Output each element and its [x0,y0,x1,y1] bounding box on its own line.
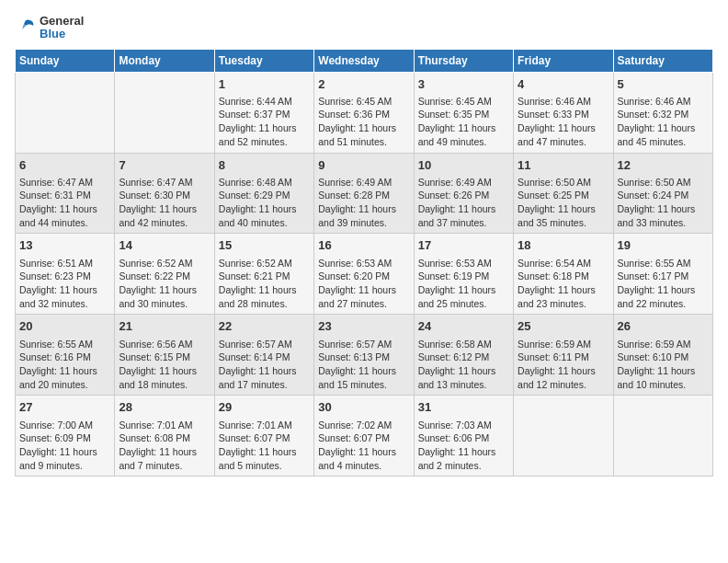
day-info: Daylight: 11 hours and 2 minutes. [418,445,509,472]
day-number: 1 [219,76,310,93]
day-info: Sunset: 6:15 PM [119,350,210,364]
day-info: Daylight: 11 hours and 52 minutes. [219,121,310,148]
day-number: 4 [518,76,609,93]
day-info: Daylight: 11 hours and 27 minutes. [318,283,409,310]
day-info: Sunrise: 6:50 AM [518,176,609,190]
week-row-4: 20Sunrise: 6:55 AMSunset: 6:16 PMDayligh… [16,315,713,396]
calendar-cell: 1Sunrise: 6:44 AMSunset: 6:37 PMDaylight… [214,72,313,153]
day-info: Daylight: 11 hours and 32 minutes. [19,283,110,310]
day-info: Sunset: 6:21 PM [219,270,310,283]
day-info: Sunrise: 6:54 AM [518,257,609,270]
day-info: Daylight: 11 hours and 10 minutes. [618,364,709,391]
day-info: Daylight: 11 hours and 12 minutes. [518,364,609,391]
calendar-cell [514,396,613,477]
calendar-cell: 7Sunrise: 6:47 AMSunset: 6:30 PMDaylight… [115,153,214,234]
day-info: Sunset: 6:37 PM [219,108,310,121]
day-number: 18 [518,237,609,254]
day-number: 17 [418,237,509,254]
day-info: Daylight: 11 hours and 25 minutes. [418,283,509,310]
day-info: Sunrise: 6:57 AM [219,338,310,351]
day-info: Sunrise: 7:02 AM [318,419,409,432]
day-info: Daylight: 11 hours and 39 minutes. [318,202,409,229]
calendar-cell: 29Sunrise: 7:01 AMSunset: 6:07 PMDayligh… [214,396,313,477]
weekday-header-row: SundayMondayTuesdayWednesdayThursdayFrid… [16,49,713,72]
day-info: Sunrise: 6:45 AM [318,95,409,109]
calendar-cell: 19Sunrise: 6:55 AMSunset: 6:17 PMDayligh… [613,234,712,315]
day-number: 7 [119,157,210,174]
day-info: Daylight: 11 hours and 20 minutes. [19,364,110,391]
day-info: Sunset: 6:13 PM [318,350,409,364]
day-info: Sunrise: 6:58 AM [418,338,509,351]
day-info: Sunset: 6:36 PM [318,108,409,121]
day-info: Sunrise: 6:59 AM [618,338,709,351]
day-info: Sunrise: 7:03 AM [418,419,509,432]
day-number: 20 [19,318,110,335]
calendar-cell: 23Sunrise: 6:57 AMSunset: 6:13 PMDayligh… [314,315,414,396]
calendar-cell: 13Sunrise: 6:51 AMSunset: 6:23 PMDayligh… [16,234,115,315]
day-info: Sunset: 6:17 PM [618,270,709,283]
calendar-cell: 10Sunrise: 6:49 AMSunset: 6:26 PMDayligh… [414,153,513,234]
calendar-cell: 4Sunrise: 6:46 AMSunset: 6:33 PMDaylight… [514,72,613,153]
calendar-cell: 8Sunrise: 6:48 AMSunset: 6:29 PMDaylight… [214,153,313,234]
day-info: Daylight: 11 hours and 49 minutes. [418,121,509,148]
day-info: Sunrise: 6:49 AM [318,176,409,190]
weekday-header-sunday: Sunday [16,49,115,72]
day-info: Sunrise: 6:55 AM [19,338,110,351]
calendar-cell: 27Sunrise: 7:00 AMSunset: 6:09 PMDayligh… [16,396,115,477]
weekday-header-monday: Monday [115,49,214,72]
day-info: Daylight: 11 hours and 15 minutes. [318,364,409,391]
day-number: 10 [418,157,509,174]
day-number: 29 [219,399,310,416]
day-info: Daylight: 11 hours and 40 minutes. [219,202,310,229]
day-info: Sunrise: 6:53 AM [418,257,509,270]
header: General Blue [15,15,713,41]
calendar-cell: 14Sunrise: 6:52 AMSunset: 6:22 PMDayligh… [115,234,214,315]
weekday-header-saturday: Saturday [613,49,712,72]
calendar-cell: 30Sunrise: 7:02 AMSunset: 6:07 PMDayligh… [314,396,414,477]
calendar-table: SundayMondayTuesdayWednesdayThursdayFrid… [15,49,713,477]
day-info: Daylight: 11 hours and 42 minutes. [119,202,210,229]
day-info: Sunrise: 6:46 AM [618,95,709,109]
calendar-cell: 3Sunrise: 6:45 AMSunset: 6:35 PMDaylight… [414,72,513,153]
day-info: Daylight: 11 hours and 45 minutes. [618,121,709,148]
day-info: Sunrise: 6:59 AM [518,338,609,351]
weekday-header-wednesday: Wednesday [314,49,414,72]
day-info: Daylight: 11 hours and 13 minutes. [418,364,509,391]
day-info: Sunset: 6:26 PM [418,189,509,202]
day-info: Sunrise: 6:48 AM [219,176,310,190]
day-info: Sunrise: 6:57 AM [318,338,409,351]
calendar-cell: 5Sunrise: 6:46 AMSunset: 6:32 PMDaylight… [613,72,712,153]
day-info: Daylight: 11 hours and 47 minutes. [518,121,609,148]
day-info: Sunset: 6:22 PM [119,270,210,283]
day-number: 30 [318,399,409,416]
day-number: 21 [119,318,210,335]
day-info: Sunset: 6:14 PM [219,350,310,364]
week-row-3: 13Sunrise: 6:51 AMSunset: 6:23 PMDayligh… [16,234,713,315]
day-number: 24 [418,318,509,335]
day-info: Sunset: 6:10 PM [618,350,709,364]
day-info: Sunrise: 6:52 AM [219,257,310,270]
day-info: Sunset: 6:24 PM [618,189,709,202]
calendar-cell [16,72,115,153]
day-info: Sunrise: 6:47 AM [19,176,110,190]
day-info: Daylight: 11 hours and 9 minutes. [19,445,110,472]
day-number: 9 [318,157,409,174]
day-number: 28 [119,399,210,416]
day-number: 16 [318,237,409,254]
day-info: Sunset: 6:25 PM [518,189,609,202]
calendar-cell: 6Sunrise: 6:47 AMSunset: 6:31 PMDaylight… [16,153,115,234]
calendar-cell: 16Sunrise: 6:53 AMSunset: 6:20 PMDayligh… [314,234,414,315]
calendar-cell: 15Sunrise: 6:52 AMSunset: 6:21 PMDayligh… [214,234,313,315]
calendar-cell: 20Sunrise: 6:55 AMSunset: 6:16 PMDayligh… [16,315,115,396]
day-info: Sunrise: 7:00 AM [19,419,110,432]
logo-blue: Blue [40,28,84,40]
day-info: Sunset: 6:18 PM [518,270,609,283]
day-info: Sunset: 6:28 PM [318,189,409,202]
calendar-cell: 24Sunrise: 6:58 AMSunset: 6:12 PMDayligh… [414,315,513,396]
day-info: Daylight: 11 hours and 33 minutes. [618,202,709,229]
logo-bird-icon [15,17,37,39]
weekday-header-tuesday: Tuesday [214,49,313,72]
week-row-2: 6Sunrise: 6:47 AMSunset: 6:31 PMDaylight… [16,153,713,234]
day-info: Sunrise: 6:44 AM [219,95,310,109]
calendar-cell: 25Sunrise: 6:59 AMSunset: 6:11 PMDayligh… [514,315,613,396]
